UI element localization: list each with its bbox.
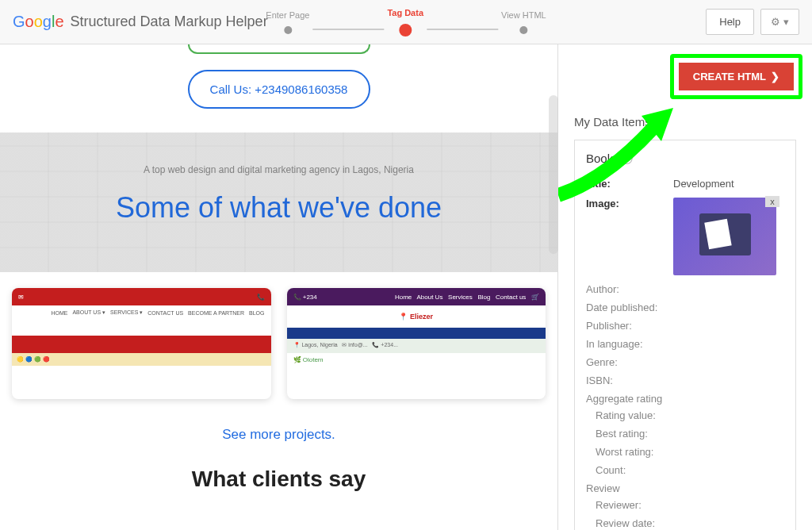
project-banner [12, 336, 271, 353]
field-in-language[interactable]: In language: [586, 338, 784, 350]
step-view-html[interactable]: View HTML [501, 10, 546, 34]
data-card: Book ⓘ Title: Development Image: x Autho… [574, 140, 796, 530]
field-reviewer[interactable]: Reviewer: [596, 499, 784, 511]
help-button[interactable]: Help [706, 9, 754, 35]
tagline: A top web design and digital marketing a… [24, 164, 534, 175]
group-review[interactable]: Review [586, 482, 784, 494]
chevron-right-icon: ❯ [771, 71, 779, 83]
clients-heading: What clients say [0, 467, 557, 492]
step-dot-icon [519, 26, 527, 34]
progress-stepper: Enter Page Tag Data View HTML [266, 8, 546, 36]
app-title: Structured Data Markup Helper [71, 13, 268, 30]
step-tag-data[interactable]: Tag Data [387, 8, 423, 36]
settings-button[interactable]: ⚙ ▾ [760, 9, 799, 35]
group-aggregate-rating[interactable]: Aggregate rating [586, 393, 784, 405]
field-publisher[interactable]: Publisher: [586, 320, 784, 332]
project-card[interactable]: ✉📞 HOMEABOUT US ▾SERVICES ▾CONTACT USBEC… [12, 288, 271, 399]
project-stripe [287, 328, 546, 339]
create-html-button[interactable]: CREATE HTML ❯ [679, 63, 794, 90]
thumb-graphic [704, 219, 731, 250]
step-dot-icon [284, 26, 292, 34]
field-count[interactable]: Count: [596, 464, 784, 476]
step-line [427, 29, 498, 30]
hero-title: Some of what we've done [24, 191, 534, 225]
app-header: Google Structured Data Markup Helper Ent… [0, 0, 812, 44]
main-container: Call Us: +2349086160358 A top web design… [0, 44, 812, 530]
google-logo: Google [13, 13, 64, 31]
logo-area: Google Structured Data Markup Helper [13, 13, 268, 31]
field-genre[interactable]: Genre: [586, 356, 784, 368]
remove-image-button[interactable]: x [765, 196, 779, 207]
scrollbar-thumb[interactable] [549, 95, 558, 254]
step-dot-icon [399, 24, 412, 36]
field-author[interactable]: Author: [586, 283, 784, 295]
field-review-date[interactable]: Review date: [596, 517, 784, 529]
image-thumbnail: x [673, 198, 776, 275]
project-sponsors: 🟡 🔵 🟢 🔴 [12, 353, 271, 366]
hero-section: A top web design and digital marketing a… [0, 132, 557, 272]
field-date-published[interactable]: Date published: [586, 301, 784, 313]
project-header-bar: ✉📞 [12, 288, 271, 305]
data-sidebar: CREATE HTML ❯ My Data Items Book ⓘ Title… [558, 44, 812, 530]
projects-row: ✉📞 HOMEABOUT US ▾SERVICES ▾CONTACT USBEC… [0, 272, 557, 415]
call-us-button[interactable]: Call Us: +2349086160358 [188, 70, 370, 109]
highlight-annotation: CREATE HTML ❯ [670, 54, 802, 99]
see-more-link[interactable]: See more projects. [0, 427, 557, 443]
project-brand: 🌿 Olotem [287, 353, 546, 374]
panel-title: My Data Items [574, 109, 796, 140]
field-rating-value[interactable]: Rating value: [596, 409, 784, 421]
schema-type: Book ⓘ [586, 152, 784, 167]
page-preview[interactable]: Call Us: +2349086160358 A top web design… [0, 44, 558, 530]
gear-icon: ⚙ [771, 16, 780, 28]
button-edge [188, 44, 370, 54]
field-worst-rating[interactable]: Worst rating: [596, 446, 784, 458]
help-icon[interactable]: ⓘ [621, 152, 633, 165]
project-card[interactable]: 📞 +234Home About Us Services Blog Contac… [287, 288, 546, 399]
field-isbn[interactable]: ISBN: [586, 374, 784, 386]
project-brand: 📍 Eliezer [287, 305, 546, 328]
field-best-rating[interactable]: Best rating: [596, 428, 784, 440]
field-title[interactable]: Title: Development [586, 178, 784, 190]
project-header-bar: 📞 +234Home About Us Services Blog Contac… [287, 288, 546, 305]
step-enter-page[interactable]: Enter Page [266, 10, 309, 34]
project-nav: HOMEABOUT US ▾SERVICES ▾CONTACT USBECOME… [12, 305, 271, 320]
caret-down-icon: ▾ [783, 16, 789, 28]
field-image[interactable]: Image: x [586, 198, 784, 275]
project-info-bar: 📍 Lagos, Nigeria ✉ info@... 📞 +234... [287, 339, 546, 353]
step-line [312, 29, 384, 30]
